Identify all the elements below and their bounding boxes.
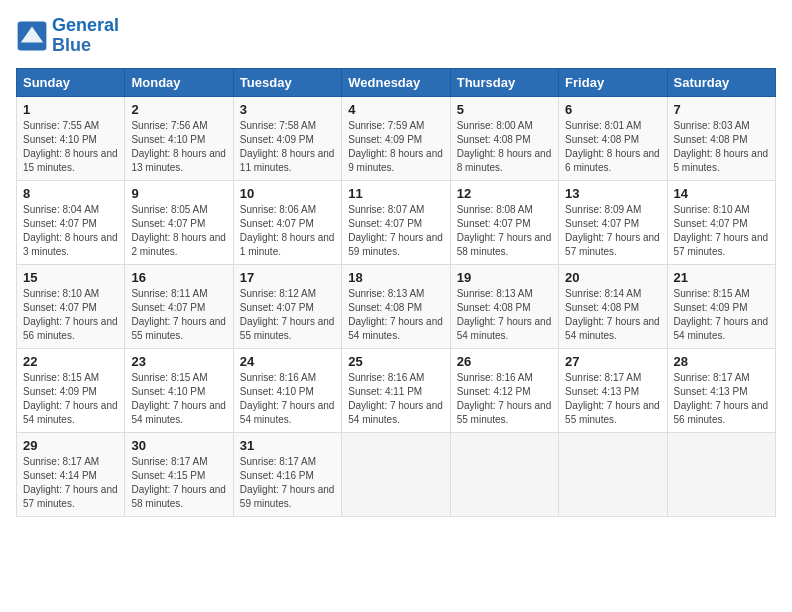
calendar-week-4: 22Sunrise: 8:15 AM Sunset: 4:09 PM Dayli…: [17, 348, 776, 432]
day-number: 1: [23, 102, 118, 117]
calendar-cell: 22Sunrise: 8:15 AM Sunset: 4:09 PM Dayli…: [17, 348, 125, 432]
calendar-cell: [559, 432, 667, 516]
day-number: 8: [23, 186, 118, 201]
calendar-cell: 27Sunrise: 8:17 AM Sunset: 4:13 PM Dayli…: [559, 348, 667, 432]
day-number: 4: [348, 102, 443, 117]
calendar-cell: 24Sunrise: 8:16 AM Sunset: 4:10 PM Dayli…: [233, 348, 341, 432]
day-info: Sunrise: 8:06 AM Sunset: 4:07 PM Dayligh…: [240, 203, 335, 259]
calendar-cell: 8Sunrise: 8:04 AM Sunset: 4:07 PM Daylig…: [17, 180, 125, 264]
day-info: Sunrise: 8:03 AM Sunset: 4:08 PM Dayligh…: [674, 119, 769, 175]
calendar-week-1: 1Sunrise: 7:55 AM Sunset: 4:10 PM Daylig…: [17, 96, 776, 180]
day-number: 11: [348, 186, 443, 201]
weekday-header-thursday: Thursday: [450, 68, 558, 96]
day-info: Sunrise: 8:16 AM Sunset: 4:12 PM Dayligh…: [457, 371, 552, 427]
day-number: 30: [131, 438, 226, 453]
day-info: Sunrise: 8:13 AM Sunset: 4:08 PM Dayligh…: [457, 287, 552, 343]
calendar-cell: 7Sunrise: 8:03 AM Sunset: 4:08 PM Daylig…: [667, 96, 775, 180]
day-info: Sunrise: 8:09 AM Sunset: 4:07 PM Dayligh…: [565, 203, 660, 259]
day-number: 7: [674, 102, 769, 117]
day-number: 12: [457, 186, 552, 201]
calendar-cell: 15Sunrise: 8:10 AM Sunset: 4:07 PM Dayli…: [17, 264, 125, 348]
calendar-cell: [450, 432, 558, 516]
calendar-cell: 9Sunrise: 8:05 AM Sunset: 4:07 PM Daylig…: [125, 180, 233, 264]
calendar-cell: [667, 432, 775, 516]
day-number: 6: [565, 102, 660, 117]
day-info: Sunrise: 8:13 AM Sunset: 4:08 PM Dayligh…: [348, 287, 443, 343]
day-info: Sunrise: 8:12 AM Sunset: 4:07 PM Dayligh…: [240, 287, 335, 343]
calendar-cell: 29Sunrise: 8:17 AM Sunset: 4:14 PM Dayli…: [17, 432, 125, 516]
calendar-cell: 25Sunrise: 8:16 AM Sunset: 4:11 PM Dayli…: [342, 348, 450, 432]
day-info: Sunrise: 8:08 AM Sunset: 4:07 PM Dayligh…: [457, 203, 552, 259]
day-number: 17: [240, 270, 335, 285]
day-number: 27: [565, 354, 660, 369]
weekday-header-monday: Monday: [125, 68, 233, 96]
day-number: 9: [131, 186, 226, 201]
logo-icon: [16, 20, 48, 52]
day-info: Sunrise: 8:17 AM Sunset: 4:16 PM Dayligh…: [240, 455, 335, 511]
logo-text: General Blue: [52, 16, 119, 56]
day-number: 18: [348, 270, 443, 285]
weekday-header-tuesday: Tuesday: [233, 68, 341, 96]
day-info: Sunrise: 8:15 AM Sunset: 4:10 PM Dayligh…: [131, 371, 226, 427]
calendar-cell: 18Sunrise: 8:13 AM Sunset: 4:08 PM Dayli…: [342, 264, 450, 348]
calendar-cell: 13Sunrise: 8:09 AM Sunset: 4:07 PM Dayli…: [559, 180, 667, 264]
day-info: Sunrise: 8:15 AM Sunset: 4:09 PM Dayligh…: [23, 371, 118, 427]
calendar-cell: 10Sunrise: 8:06 AM Sunset: 4:07 PM Dayli…: [233, 180, 341, 264]
day-info: Sunrise: 8:07 AM Sunset: 4:07 PM Dayligh…: [348, 203, 443, 259]
day-number: 20: [565, 270, 660, 285]
day-info: Sunrise: 8:17 AM Sunset: 4:13 PM Dayligh…: [674, 371, 769, 427]
calendar-week-2: 8Sunrise: 8:04 AM Sunset: 4:07 PM Daylig…: [17, 180, 776, 264]
calendar-cell: 20Sunrise: 8:14 AM Sunset: 4:08 PM Dayli…: [559, 264, 667, 348]
day-info: Sunrise: 8:04 AM Sunset: 4:07 PM Dayligh…: [23, 203, 118, 259]
day-info: Sunrise: 8:01 AM Sunset: 4:08 PM Dayligh…: [565, 119, 660, 175]
day-info: Sunrise: 8:17 AM Sunset: 4:14 PM Dayligh…: [23, 455, 118, 511]
day-number: 3: [240, 102, 335, 117]
calendar-cell: 1Sunrise: 7:55 AM Sunset: 4:10 PM Daylig…: [17, 96, 125, 180]
day-number: 2: [131, 102, 226, 117]
calendar-table: SundayMondayTuesdayWednesdayThursdayFrid…: [16, 68, 776, 517]
day-info: Sunrise: 7:56 AM Sunset: 4:10 PM Dayligh…: [131, 119, 226, 175]
weekday-header-friday: Friday: [559, 68, 667, 96]
day-number: 5: [457, 102, 552, 117]
calendar-cell: 23Sunrise: 8:15 AM Sunset: 4:10 PM Dayli…: [125, 348, 233, 432]
calendar-cell: 5Sunrise: 8:00 AM Sunset: 4:08 PM Daylig…: [450, 96, 558, 180]
day-number: 19: [457, 270, 552, 285]
day-info: Sunrise: 8:16 AM Sunset: 4:11 PM Dayligh…: [348, 371, 443, 427]
day-number: 24: [240, 354, 335, 369]
day-number: 16: [131, 270, 226, 285]
day-info: Sunrise: 8:16 AM Sunset: 4:10 PM Dayligh…: [240, 371, 335, 427]
day-number: 13: [565, 186, 660, 201]
calendar-cell: 3Sunrise: 7:58 AM Sunset: 4:09 PM Daylig…: [233, 96, 341, 180]
day-info: Sunrise: 8:15 AM Sunset: 4:09 PM Dayligh…: [674, 287, 769, 343]
day-info: Sunrise: 7:55 AM Sunset: 4:10 PM Dayligh…: [23, 119, 118, 175]
day-number: 10: [240, 186, 335, 201]
day-number: 22: [23, 354, 118, 369]
logo: General Blue: [16, 16, 119, 56]
weekday-header-saturday: Saturday: [667, 68, 775, 96]
day-number: 31: [240, 438, 335, 453]
day-number: 28: [674, 354, 769, 369]
day-info: Sunrise: 8:17 AM Sunset: 4:15 PM Dayligh…: [131, 455, 226, 511]
day-number: 29: [23, 438, 118, 453]
calendar-cell: 14Sunrise: 8:10 AM Sunset: 4:07 PM Dayli…: [667, 180, 775, 264]
day-number: 15: [23, 270, 118, 285]
day-info: Sunrise: 7:59 AM Sunset: 4:09 PM Dayligh…: [348, 119, 443, 175]
day-info: Sunrise: 8:11 AM Sunset: 4:07 PM Dayligh…: [131, 287, 226, 343]
calendar-cell: 16Sunrise: 8:11 AM Sunset: 4:07 PM Dayli…: [125, 264, 233, 348]
weekday-header-sunday: Sunday: [17, 68, 125, 96]
calendar-cell: 26Sunrise: 8:16 AM Sunset: 4:12 PM Dayli…: [450, 348, 558, 432]
day-number: 23: [131, 354, 226, 369]
page-header: General Blue: [16, 16, 776, 56]
day-info: Sunrise: 8:17 AM Sunset: 4:13 PM Dayligh…: [565, 371, 660, 427]
day-number: 21: [674, 270, 769, 285]
day-info: Sunrise: 8:14 AM Sunset: 4:08 PM Dayligh…: [565, 287, 660, 343]
day-info: Sunrise: 8:10 AM Sunset: 4:07 PM Dayligh…: [23, 287, 118, 343]
calendar-week-5: 29Sunrise: 8:17 AM Sunset: 4:14 PM Dayli…: [17, 432, 776, 516]
calendar-cell: 28Sunrise: 8:17 AM Sunset: 4:13 PM Dayli…: [667, 348, 775, 432]
calendar-cell: 12Sunrise: 8:08 AM Sunset: 4:07 PM Dayli…: [450, 180, 558, 264]
weekday-header-wednesday: Wednesday: [342, 68, 450, 96]
day-number: 14: [674, 186, 769, 201]
calendar-cell: 17Sunrise: 8:12 AM Sunset: 4:07 PM Dayli…: [233, 264, 341, 348]
calendar-week-3: 15Sunrise: 8:10 AM Sunset: 4:07 PM Dayli…: [17, 264, 776, 348]
calendar-cell: 6Sunrise: 8:01 AM Sunset: 4:08 PM Daylig…: [559, 96, 667, 180]
